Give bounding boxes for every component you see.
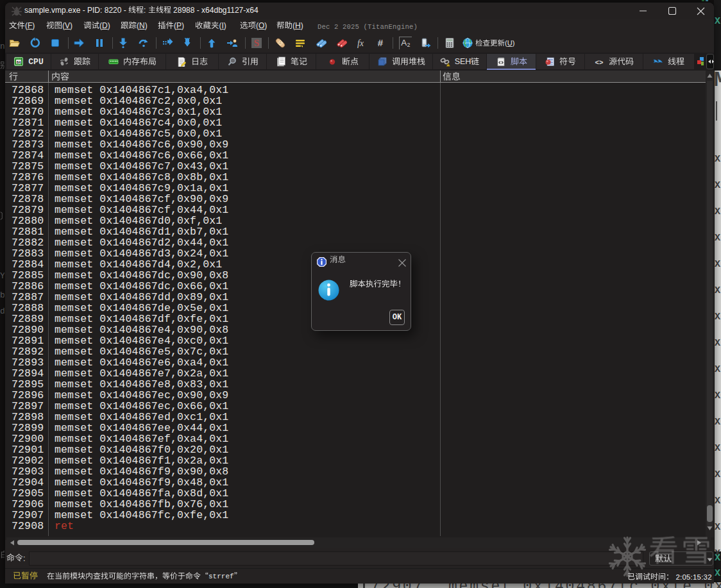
svg-text:S: S xyxy=(254,38,259,48)
svg-text:2: 2 xyxy=(407,42,411,48)
svg-text:fx: fx xyxy=(357,38,364,48)
svg-text:<>: <> xyxy=(595,58,604,66)
svg-text:A: A xyxy=(401,38,407,47)
svg-text:#: # xyxy=(378,37,384,48)
svg-text:64: 64 xyxy=(17,60,21,64)
